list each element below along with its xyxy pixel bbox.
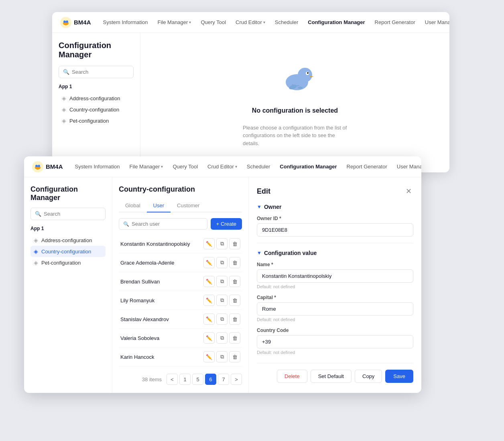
user-name-3: Lily Romanyuk [120,297,203,303]
fg-sidebar-item-country[interactable]: ◈ Country-configuration [30,246,106,257]
edit-btn-3[interactable]: ✏️ [203,295,215,306]
edit-btn-4[interactable]: ✏️ [203,314,215,325]
fg-sidebar-label-address: Address-configuration [41,237,92,243]
fg-search-box[interactable]: 🔍 [30,208,106,220]
pagination-page-5[interactable]: 5 [192,374,203,385]
bg-page-title: Configuration Manager [59,41,134,59]
fg-list-search[interactable]: 🔍 [119,218,207,230]
user-name-5: Valeria Soboleva [120,335,203,341]
bg-sidebar-item-country[interactable]: ◈ Country-configuration [59,104,134,115]
bg-nav-crud-editor[interactable]: Crud Editor ▾ [232,17,269,28]
fg-sidebar-item-address[interactable]: ◈ Address-configuration [30,235,106,246]
copy-btn-2[interactable]: ⧉ [216,276,228,287]
fg-list-controls: 🔍 + Create [119,218,242,230]
fg-search-input[interactable] [44,211,101,217]
bg-nav-config-manager[interactable]: Configuration Manager [304,17,369,28]
fg-nav-system-info[interactable]: System Information [71,161,124,172]
row-actions-3: ✏️ ⧉ 🗑 [203,295,240,306]
bg-nav-file-manager[interactable]: File Manager ▾ [154,17,195,28]
name-field-input[interactable] [257,269,413,283]
fg-create-button[interactable]: + Create [211,218,242,230]
fg-nav-report-gen[interactable]: Report Generator [343,161,391,172]
delete-btn-2[interactable]: 🗑 [229,276,240,287]
pagination-next[interactable]: > [231,374,242,385]
save-button[interactable]: Save [385,370,413,383]
capital-field-input[interactable] [257,302,413,316]
fg-tab-global[interactable]: Global [119,199,147,212]
bg-nav-scheduler[interactable]: Scheduler [271,17,303,28]
copy-btn-5[interactable]: ⧉ [216,332,228,344]
row-actions-0: ✏️ ⧉ 🗑 [203,238,240,249]
country-code-field-input[interactable] [257,335,413,348]
fg-sidebar-item-pet[interactable]: ◈ Pet-configuration [30,257,106,268]
bg-nav-system-info[interactable]: System Information [99,17,152,28]
bg-navbar: BM4A System Information File Manager ▾ Q… [52,12,449,33]
copy-btn-0[interactable]: ⧉ [216,238,228,249]
owner-id-input[interactable] [257,223,413,237]
fg-list-title: Country-configuration [119,185,242,194]
bg-brand[interactable]: BM4A [60,17,91,28]
bg-search-input[interactable] [72,69,129,75]
fg-brand[interactable]: BM4A [32,161,63,172]
bg-group-label: App 1 [59,84,134,89]
copy-btn-1[interactable]: ⧉ [216,257,228,268]
background-window: BM4A System Information File Manager ▾ Q… [52,12,449,172]
fg-nav-user-mgmt[interactable]: User Management [393,161,421,172]
delete-btn-4[interactable]: 🗑 [229,314,240,325]
bg-sidebar-item-pet[interactable]: ◈ Pet-configuration [59,115,134,126]
delete-button[interactable]: Delete [277,370,307,383]
edit-btn-0[interactable]: ✏️ [203,238,215,249]
copy-btn-4[interactable]: ⧉ [216,314,228,325]
table-row: Grace Ademola-Adenle ✏️ ⧉ 🗑 [119,253,242,272]
bg-config-icon-address: ◈ [62,95,66,101]
delete-btn-1[interactable]: 🗑 [229,257,240,268]
fg-tabs: Global User Customer [119,199,242,212]
edit-btn-5[interactable]: ✏️ [203,332,215,344]
edit-title: Edit [257,187,270,196]
bg-nav-query-tool[interactable]: Query Tool [197,17,230,28]
edit-close-button[interactable]: ✕ [404,185,413,197]
copy-btn-6[interactable]: ⧉ [216,351,228,362]
edit-btn-2[interactable]: ✏️ [203,276,215,287]
fg-list-search-input[interactable] [132,221,203,227]
bg-nav-user-mgmt[interactable]: User Management [421,17,449,28]
svg-point-2 [63,20,66,23]
bg-nav-items: System Information File Manager ▾ Query … [99,17,449,28]
bg-sidebar-item-address[interactable]: ◈ Address-configuration [59,93,134,104]
fg-nav-file-manager[interactable]: File Manager ▾ [126,161,167,172]
edit-btn-6[interactable]: ✏️ [203,351,215,362]
fg-search-icon: 🔍 [35,211,41,217]
fg-nav-scheduler[interactable]: Scheduler [243,161,274,172]
copy-button[interactable]: Copy [355,370,382,383]
edit-btn-1[interactable]: ✏️ [203,257,215,268]
config-section-header[interactable]: ▼ Configuration value [257,250,413,256]
fg-tab-customer[interactable]: Customer [171,199,206,212]
fg-nav-query-tool[interactable]: Query Tool [169,161,202,172]
fg-user-list: Konstantin Konstantinopolskiy ✏️ ⧉ 🗑 Gra… [119,235,242,370]
delete-btn-6[interactable]: 🗑 [229,351,240,362]
bg-nav-report-gen[interactable]: Report Generator [371,17,419,28]
bg-empty-desc: Please choose a configuration from the l… [243,124,347,148]
pagination-prev[interactable]: < [167,374,178,385]
copy-btn-3[interactable]: ⧉ [216,295,228,306]
fg-nav-crud-editor[interactable]: Crud Editor ▾ [203,161,241,172]
fg-tab-user[interactable]: User [147,199,171,212]
owner-chevron-icon: ▼ [257,204,262,210]
pagination-page-6[interactable]: 6 [205,374,216,385]
delete-btn-0[interactable]: 🗑 [229,238,240,249]
bg-search-box[interactable]: 🔍 [59,66,134,78]
fg-list-panel: Country-configuration Global User Custom… [112,177,249,393]
row-actions-6: ✏️ ⧉ 🗑 [203,351,240,362]
table-row: Brian Lawrence ✏️ ⧉ 🗑 [119,366,242,370]
pagination-page-7[interactable]: 7 [218,374,229,385]
bg-sidebar: Configuration Manager 🔍 App 1 ◈ Address-… [52,33,140,172]
fg-nav-config-manager[interactable]: Configuration Manager [276,161,341,172]
pagination-page-1[interactable]: 1 [179,374,191,385]
fg-layout: Configuration Manager 🔍 App 1 ◈ Address-… [24,177,421,393]
table-row: Konstantin Konstantinopolskiy ✏️ ⧉ 🗑 [119,235,242,253]
delete-btn-5[interactable]: 🗑 [229,332,240,344]
delete-btn-3[interactable]: 🗑 [229,295,240,306]
owner-section-header[interactable]: ▼ Owner [257,204,413,210]
user-name-4: Stanislav Alexandrov [120,316,203,322]
set-default-button[interactable]: Set Default [311,370,352,383]
